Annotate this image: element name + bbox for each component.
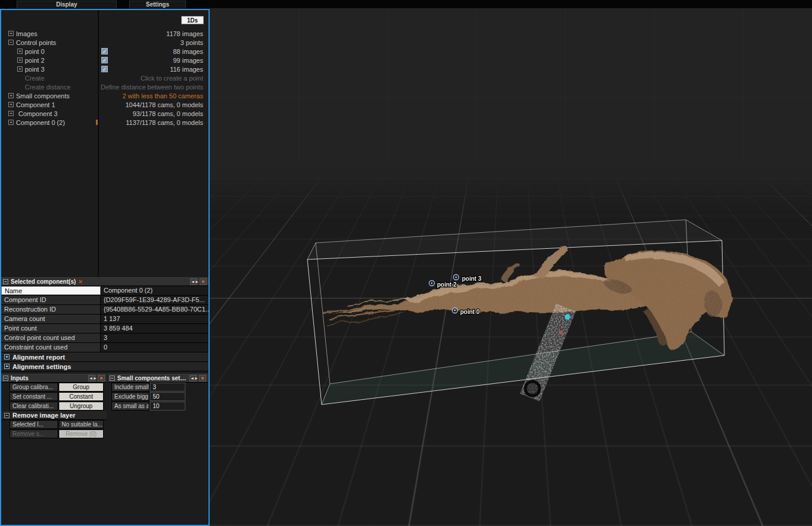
table-row-component-id[interactable]: Component ID {D209F59F-1E39-4289-AF3D-F5…: [1, 296, 208, 305]
collapse-icon[interactable]: −: [4, 413, 9, 418]
dock-icon[interactable]: ◄►: [190, 375, 197, 381]
tree-row-point-2[interactable]: + point 2 ✓ 99 images: [1, 56, 208, 65]
tree-row-small-components[interactable]: + Small components 2 with less than 50 c…: [1, 91, 208, 100]
tree-label-wrap: + Component 0 (2): [1, 119, 98, 126]
dock-icon[interactable]: ◄►: [190, 278, 197, 285]
tree-label-wrap: + Component 1: [1, 101, 98, 108]
section-remove-image-layer[interactable]: − Remove image layer: [1, 411, 107, 420]
layer-select-dropdown[interactable]: No suitable la...: [59, 420, 104, 429]
expand-icon[interactable]: +: [17, 49, 23, 54]
dock-icon[interactable]: ◄►: [88, 375, 95, 381]
row-value: {D209F59F-1E39-4289-AF3D-F5...: [101, 296, 208, 304]
control-point-0[interactable]: point 0: [452, 308, 480, 316]
expand-icon[interactable]: +: [4, 354, 9, 360]
control-point-3[interactable]: point 3: [454, 275, 482, 283]
tree-label-wrap: + Small components: [1, 92, 98, 100]
table-row-constraint-count[interactable]: Constraint count used 0: [1, 343, 208, 352]
small-components-header[interactable]: − Small components settings ◄► ✕: [108, 374, 208, 383]
table-row-name[interactable]: Name Component 0 (2): [1, 286, 208, 296]
expand-icon[interactable]: +: [8, 93, 14, 98]
group-button[interactable]: Group: [59, 383, 104, 392]
table-row-camera-count[interactable]: Camera count 1 137: [1, 315, 208, 324]
driftwood-point-cloud[interactable]: [316, 239, 737, 361]
tree-item-value: 1044/1178 cams, 0 models: [126, 101, 203, 108]
tree-item-label: Component 1: [16, 101, 55, 108]
tree-item-label: point 3: [25, 66, 44, 73]
tab-display[interactable]: Display: [17, 1, 117, 8]
tab-settings[interactable]: Settings: [129, 1, 186, 8]
selected-layer-button[interactable]: Selected l...: [9, 420, 58, 429]
include-smaller-button[interactable]: Include small...: [111, 383, 149, 392]
remove-count-button[interactable]: Remove (0): [59, 429, 104, 438]
tree-row-images[interactable]: + Images 1178 images: [1, 29, 208, 38]
tree-item-value: 1137/1178 cams, 0 models: [126, 119, 203, 126]
row-value: 3 859 484: [101, 324, 208, 333]
tree-row-create[interactable]: Create Click to create a point: [1, 73, 208, 82]
tree-label-wrap: + point 3: [1, 66, 98, 73]
section-alignment-report[interactable]: + Alignment report: [1, 352, 208, 362]
remove-selected-button[interactable]: Remove s...: [9, 429, 58, 438]
expand-icon[interactable]: +: [17, 66, 23, 72]
exclude-bigger-button[interactable]: Exclude bigg...: [111, 392, 149, 401]
tree-row-component-3[interactable]: + Component 3 93/1178 cams, 0 models: [1, 109, 208, 118]
expand-icon[interactable]: +: [8, 31, 14, 36]
collapse-icon[interactable]: −: [110, 376, 115, 381]
tree-row-point-3[interactable]: + point 3 ✓ 116 images: [1, 65, 208, 73]
row-value: 1 137: [101, 315, 208, 323]
point-visibility-checkbox[interactable]: ✓: [101, 66, 108, 72]
point-visibility-checkbox[interactable]: ✓: [101, 48, 108, 54]
expand-icon[interactable]: +: [8, 111, 14, 116]
inputs-header[interactable]: − Inputs ◄► ✕: [1, 374, 107, 383]
tree-value-wrap: Define distance between two points: [98, 84, 208, 91]
tree-row-point-0[interactable]: + point 0 ✓ 88 images: [1, 47, 208, 56]
application-window: Display Settings 1Ds + Images 1178 image…: [0, 0, 812, 526]
include-smaller-input[interactable]: 3: [150, 383, 185, 392]
table-row-reconstruction-id[interactable]: Reconstruction ID {95408B86-5529-4A85-BB…: [1, 305, 208, 315]
as-small-as-button[interactable]: As small as a ...: [111, 402, 149, 410]
collapse-icon[interactable]: −: [3, 376, 8, 381]
row-label: Point count: [1, 324, 101, 333]
panel-title: Inputs: [11, 375, 28, 381]
expand-icon[interactable]: +: [8, 120, 14, 125]
expand-icon[interactable]: +: [17, 57, 23, 63]
table-row-point-count[interactable]: Point count 3 859 484: [1, 324, 208, 333]
section-label: Alignment settings: [12, 363, 71, 370]
collapse-icon[interactable]: −: [8, 40, 14, 45]
section-alignment-settings[interactable]: + Alignment settings: [1, 362, 208, 371]
ids-toggle-button[interactable]: 1Ds: [181, 16, 204, 24]
tab-bar: Display Settings: [0, 0, 812, 8]
as-small-as-input[interactable]: 10: [150, 402, 185, 410]
viewport-3d[interactable]: point 2 point 3 point 0: [210, 8, 812, 526]
tree-row-control-points[interactable]: − Control points 3 points: [1, 38, 208, 47]
tree-row-component-1[interactable]: + Component 1 1044/1178 cams, 0 models: [1, 100, 208, 109]
point-visibility-checkbox[interactable]: ✓: [101, 57, 108, 63]
tree-value-wrap: 1044/1178 cams, 0 models: [98, 101, 208, 108]
row-value[interactable]: Component 0 (2): [101, 286, 208, 295]
tree-row-component-0[interactable]: + Component 0 (2) 1137/1178 cams, 0 mode…: [1, 118, 208, 127]
tree-item-label: Create distance: [25, 84, 70, 91]
tree-item-value: 116 images: [170, 66, 203, 73]
ungroup-button[interactable]: Ungroup: [59, 402, 104, 410]
table-row-control-point-count[interactable]: Control point count used 3: [1, 333, 208, 343]
selected-components-header[interactable]: − Selected component(s) ✕ ◄► ✕: [1, 277, 208, 286]
tree-label-wrap: Create distance: [1, 84, 98, 91]
collapse-icon[interactable]: −: [3, 279, 8, 284]
close-icon[interactable]: ✕: [200, 278, 207, 285]
close-icon[interactable]: ✕: [199, 375, 206, 381]
tree-label-wrap: + Images: [1, 30, 98, 37]
control-point-2[interactable]: point 2: [429, 281, 457, 288]
exclude-bigger-input[interactable]: 50: [150, 392, 185, 401]
tree-row-create-distance[interactable]: Create distance Define distance between …: [1, 82, 208, 91]
constant-button[interactable]: Constant: [59, 392, 104, 401]
group-calibration-button[interactable]: Group calibra...: [9, 383, 58, 392]
expand-icon[interactable]: +: [8, 102, 14, 107]
tree-value-wrap: ✓ 116 images: [98, 66, 208, 73]
panel-title: Small components settings: [117, 375, 187, 381]
clear-calibration-button[interactable]: Clear calibrati...: [9, 402, 58, 410]
row-label: Control point count used: [1, 333, 101, 342]
close-icon[interactable]: ✕: [98, 375, 105, 381]
set-constant-button[interactable]: Set constant ...: [9, 392, 58, 401]
section-label: Remove image layer: [12, 412, 75, 419]
orange-x-icon[interactable]: ✕: [78, 279, 83, 285]
expand-icon[interactable]: +: [4, 364, 9, 369]
